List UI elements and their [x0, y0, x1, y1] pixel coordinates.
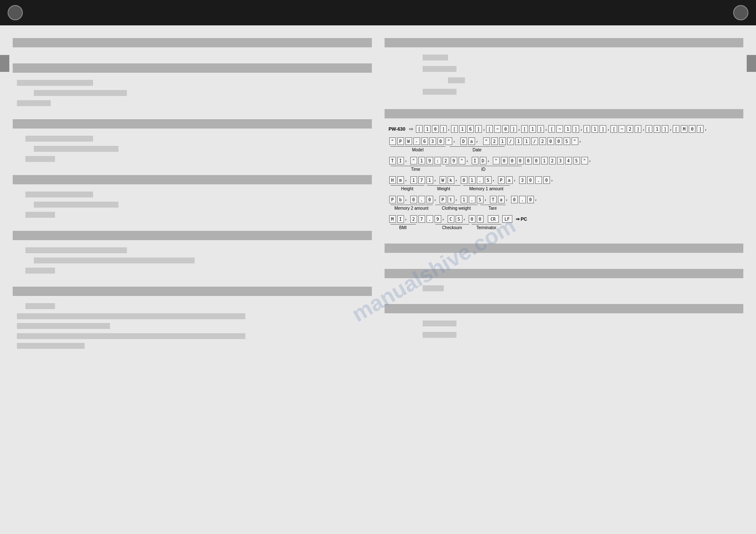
sep-3: , — [518, 125, 520, 133]
right-section-header-middle — [385, 244, 744, 253]
section-header-3 — [13, 119, 372, 129]
model-date-chars: " P W - 6 3 0 " , D a , " — [389, 136, 740, 145]
content-row-2-3 — [17, 99, 368, 107]
m2-5: 5 — [477, 196, 484, 203]
c-q3: " — [483, 137, 490, 145]
m2-0c: 0 — [527, 196, 534, 203]
ti-1: 1 — [418, 157, 425, 164]
content-row-5-3 — [17, 266, 368, 275]
left-section-4 — [13, 171, 372, 225]
time-id-chars: T I , " 1 9 : 2 9 " , I D — [389, 156, 740, 165]
left-side-tab — [0, 55, 9, 72]
content-row-4-2 — [17, 200, 368, 209]
id-label: ID — [445, 166, 522, 172]
c-0: 0 — [437, 137, 444, 145]
text-placeholder — [25, 268, 55, 274]
hw-3: 3 — [519, 176, 526, 184]
memory2-section: P b , 0 . 0 , P t , 1 . — [389, 194, 740, 211]
cb-1: [ — [416, 125, 423, 133]
c-6: 6 — [421, 137, 428, 145]
c-comma3: , — [579, 137, 582, 145]
m2-0: 0 — [410, 196, 417, 203]
hw-c2: , — [434, 175, 437, 184]
content-row-3-3 — [17, 155, 368, 163]
m2-c2: , — [434, 195, 437, 203]
m2-t: t — [448, 196, 454, 203]
text-placeholder — [25, 303, 55, 309]
hw-dot2: . — [535, 176, 542, 184]
hw-P: P — [498, 176, 505, 184]
text-placeholder — [423, 66, 456, 72]
cb-22: ] — [599, 125, 606, 133]
m2-b: b — [397, 196, 404, 203]
multi-block-row-1 — [17, 312, 368, 320]
cb-33: ] — [697, 125, 704, 133]
clothing-weight-label: Clothing weight — [435, 205, 478, 211]
m2-dot: . — [418, 196, 425, 203]
c-a: a — [468, 137, 475, 145]
section-content-4 — [13, 189, 372, 225]
c-2d: 2 — [539, 137, 546, 145]
ti-q1: " — [410, 157, 417, 164]
c-0b: 0 — [555, 137, 562, 145]
ti-0d: 0 — [525, 157, 532, 164]
c-2: 2 — [491, 137, 498, 145]
m2-Pt: P — [440, 196, 446, 203]
ti-1a: 1 — [541, 157, 548, 164]
right-section-content-bottom — [385, 318, 744, 345]
c-1a: 1 — [499, 137, 506, 145]
text-placeholder — [34, 90, 127, 96]
right-top-block-1 — [389, 53, 740, 63]
ti-3: 3 — [557, 157, 564, 164]
c-q1: " — [389, 137, 396, 145]
right-top-block-2 — [389, 65, 740, 74]
right-section-header-top — [385, 38, 744, 47]
bmi-c2: , — [442, 214, 445, 223]
c-P: P — [397, 137, 404, 145]
text-placeholder — [448, 77, 465, 83]
memory2-chars: P b , 0 . 0 , P t , 1 . — [389, 194, 740, 204]
left-section-1 — [13, 34, 372, 58]
text-placeholder — [25, 156, 55, 162]
c-D: D — [460, 137, 467, 145]
right-section-content-small — [385, 282, 744, 298]
bmi-CR: CR — [488, 215, 499, 223]
right-top-block-3 — [389, 76, 740, 86]
date-label: Date — [450, 146, 505, 152]
ti-5: 5 — [573, 157, 580, 164]
hw-m: m — [397, 176, 404, 184]
left-circle-button[interactable] — [8, 5, 23, 20]
content-row-3-1 — [17, 134, 368, 143]
cb-26: ] — [635, 125, 641, 133]
cb-6: 1 — [459, 125, 466, 133]
right-circle-button[interactable] — [733, 5, 748, 20]
c-5: 5 — [564, 137, 570, 145]
content-row-5-2 — [17, 256, 368, 265]
sep-9: , — [704, 125, 707, 133]
ti-2a: 2 — [549, 157, 556, 164]
text-placeholder — [25, 192, 93, 197]
hw-1b: 1 — [426, 176, 433, 184]
m2-P: P — [389, 196, 396, 203]
ti-0a: 0 — [501, 157, 508, 164]
cb-31: M — [681, 125, 687, 133]
text-placeholder — [34, 202, 118, 208]
content-row-5-1 — [17, 246, 368, 255]
cb-4: ] — [440, 125, 447, 133]
m2-c3: , — [455, 195, 458, 203]
cb-5: [ — [451, 125, 458, 133]
m2-0a: 0 — [426, 196, 433, 203]
sep-4: , — [545, 125, 547, 133]
cb-14: 1 — [529, 125, 536, 133]
cb-16: [ — [548, 125, 555, 133]
right-section-header-bottom — [385, 304, 744, 313]
bmi-9: 9 — [434, 215, 441, 223]
right-section-content-pw: PW-630 ⇨ [ 1 0 ] , [ 1 6 ] , [ ~ 0 ] — [385, 123, 744, 238]
cb-28: 1 — [654, 125, 660, 133]
bmi-labels: BMI Checksum Terminator — [389, 224, 740, 230]
ti-id: I — [472, 157, 478, 164]
ti-9: 9 — [426, 157, 433, 164]
cb-32: 0 — [689, 125, 696, 133]
weight-label: Weight — [427, 185, 461, 191]
sep-2: , — [483, 125, 485, 133]
